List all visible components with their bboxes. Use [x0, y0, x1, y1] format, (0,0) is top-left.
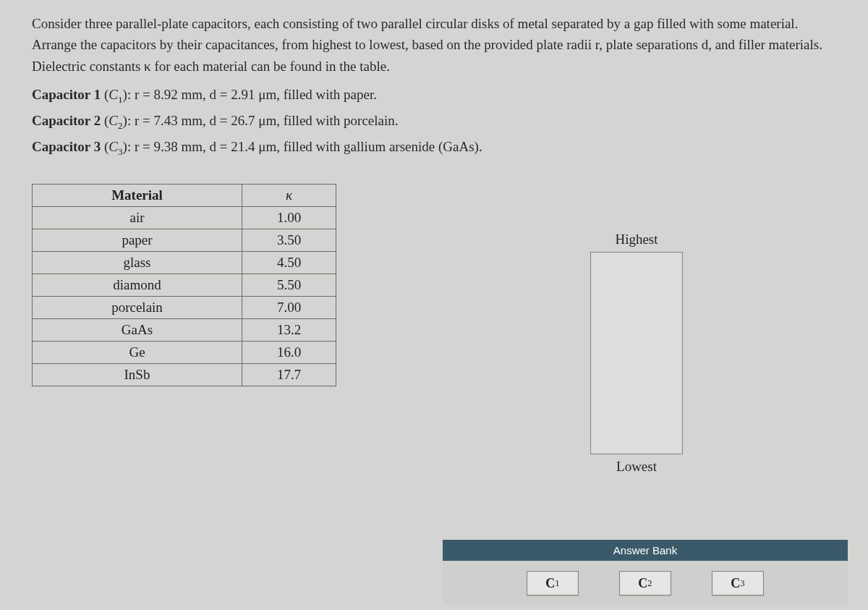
cap3-sym: C — [109, 139, 118, 154]
cap1-label: Capacitor 1 — [32, 87, 101, 102]
chip-sym: C — [545, 576, 555, 591]
table-row: air1.00 — [33, 206, 336, 229]
table-cell-material: Ge — [33, 341, 242, 363]
table-cell-material: GaAs — [33, 318, 242, 341]
table-cell-kappa: 3.50 — [242, 229, 336, 251]
table-row: porcelain7.00 — [33, 296, 336, 318]
chip-sub: 2 — [647, 578, 652, 589]
cap2-sym: C — [109, 113, 118, 128]
ranking-area: Highest Lowest — [448, 232, 825, 479]
answer-bank-title: Answer Bank — [443, 540, 848, 561]
table-row: paper3.50 — [33, 229, 336, 251]
cap2-sub: 2 — [118, 120, 123, 131]
table-cell-kappa: 4.50 — [242, 251, 336, 274]
answer-chip-c3[interactable]: C3 — [712, 571, 764, 596]
capacitor-1-line: Capacitor 1 (C1): r = 8.92 mm, d = 2.91 … — [32, 87, 836, 106]
table-cell-kappa: 16.0 — [242, 341, 336, 363]
answer-bank: Answer Bank C1 C2 C3 — [443, 540, 848, 604]
lowest-label: Lowest — [448, 459, 825, 475]
table-cell-kappa: 7.00 — [242, 296, 336, 318]
answer-chip-c2[interactable]: C2 — [619, 571, 671, 596]
table-row: glass4.50 — [33, 251, 336, 274]
ranking-drop-zone[interactable] — [590, 252, 683, 454]
table-cell-material: glass — [33, 251, 242, 274]
table-cell-material: porcelain — [33, 296, 242, 318]
problem-intro: Consider three parallel-plate capacitors… — [32, 13, 836, 77]
cap2-label: Capacitor 2 — [32, 113, 101, 128]
capacitor-2-line: Capacitor 2 (C2): r = 7.43 mm, d = 26.7 … — [32, 113, 836, 132]
table-cell-kappa: 1.00 — [242, 206, 336, 229]
cap3-rest: ): r = 9.38 mm, d = 21.4 μm, filled with… — [123, 139, 482, 154]
dielectric-table: Material κ air1.00 paper3.50 glass4.50 d… — [32, 184, 336, 386]
cap1-sub: 1 — [118, 94, 123, 105]
cap1-rest: ): r = 8.92 mm, d = 2.91 μm, filled with… — [123, 87, 377, 102]
capacitor-3-line: Capacitor 3 (C3): r = 9.38 mm, d = 21.4 … — [32, 139, 836, 158]
table-header-material: Material — [33, 184, 242, 206]
table-cell-material: paper — [33, 229, 242, 251]
table-cell-kappa: 5.50 — [242, 274, 336, 296]
table-cell-material: diamond — [33, 274, 242, 296]
table-header-kappa: κ — [242, 184, 336, 206]
table-row: diamond5.50 — [33, 274, 336, 296]
highest-label: Highest — [448, 232, 825, 247]
cap3-label: Capacitor 3 — [32, 139, 101, 154]
cap2-rest: ): r = 7.43 mm, d = 26.7 μm, filled with… — [123, 113, 399, 128]
answer-chip-c1[interactable]: C1 — [527, 571, 579, 596]
table-cell-material: air — [33, 206, 242, 229]
cap1-sym: C — [109, 87, 118, 102]
chip-sym: C — [731, 576, 740, 591]
table-row: GaAs13.2 — [33, 318, 336, 341]
answer-bank-body: C1 C2 C3 — [443, 561, 848, 604]
table-row: Ge16.0 — [33, 341, 336, 363]
chip-sym: C — [638, 576, 647, 591]
chip-sub: 3 — [740, 578, 744, 589]
table-cell-kappa: 17.7 — [242, 363, 336, 386]
table-cell-material: InSb — [33, 363, 242, 386]
cap3-sub: 3 — [118, 146, 123, 157]
table-row: InSb17.7 — [33, 363, 336, 386]
table-cell-kappa: 13.2 — [242, 318, 336, 341]
chip-sub: 1 — [555, 578, 559, 589]
